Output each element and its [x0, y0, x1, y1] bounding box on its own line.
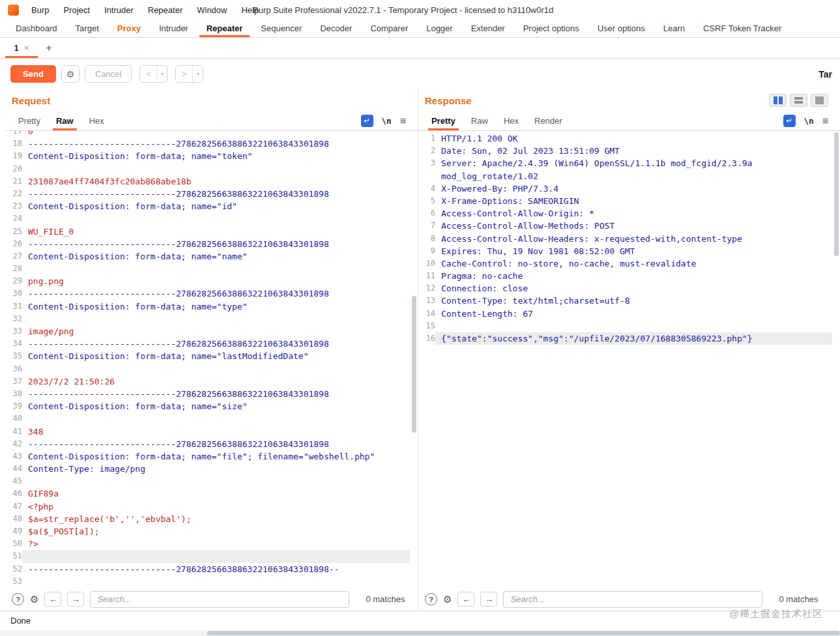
rows-icon [794, 101, 803, 104]
editor-menu-icon[interactable]: ≡ [822, 115, 828, 127]
line-text [22, 363, 410, 375]
repeater-tab-1[interactable]: 1 × [5, 38, 38, 58]
history-back-button[interactable]: < ▾ [139, 65, 167, 83]
line-number: 33 [5, 325, 22, 338]
send-settings-button[interactable]: ⚙ [61, 65, 80, 83]
single-pane-icon [815, 96, 824, 104]
layout-rows-button[interactable] [790, 94, 807, 107]
response-tab-hex[interactable]: Hex [496, 111, 527, 130]
request-panel: Request PrettyRawHex ↵ \n ≡ 17018-------… [5, 89, 418, 611]
main-tab-learn[interactable]: Learn [654, 20, 694, 37]
line-text [22, 575, 410, 588]
forward-dropdown-icon[interactable]: ▾ [193, 66, 203, 82]
search-settings-icon[interactable]: ⚙ [443, 594, 452, 605]
request-editor[interactable]: 17018-----------------------------278628… [5, 131, 418, 588]
request-tab-hex[interactable]: Hex [81, 111, 112, 130]
search-settings-icon[interactable]: ⚙ [30, 594, 38, 605]
columns-icon [779, 96, 783, 104]
layout-columns-button[interactable] [769, 94, 787, 107]
response-editor[interactable]: 1HTTP/1.1 200 OK2Date: Sun, 02 Jul 2023 … [418, 131, 840, 588]
forward-arrow-icon[interactable]: > [176, 66, 193, 82]
editor-menu-icon[interactable]: ≡ [400, 115, 406, 127]
line-number: 17 [5, 131, 22, 137]
editor-line: 6Access-Control-Allow-Origin: * [418, 207, 832, 220]
main-tab-repeater[interactable]: Repeater [197, 20, 252, 37]
main-tab-intruder[interactable]: Intruder [150, 20, 197, 37]
editor-line: 33image/png [5, 325, 410, 338]
menu-burp[interactable]: Burp [24, 5, 56, 15]
help-icon[interactable]: ? [425, 593, 437, 605]
layout-single-button[interactable] [811, 94, 828, 107]
line-text: -----------------------------27862825663… [22, 238, 410, 250]
line-number: 46 [5, 487, 22, 500]
line-text [22, 412, 410, 425]
line-text: ?> [22, 538, 410, 550]
main-tab-extender[interactable]: Extender [462, 20, 514, 37]
line-text: png.png [22, 275, 410, 287]
response-panel: Response PrettyRawHexRender ↵ \n ≡ 1HTTP… [418, 89, 840, 611]
watermark: @稀土掘金技术社区 [729, 608, 823, 620]
main-tab-logger[interactable]: Logger [417, 20, 461, 37]
response-scrollbar-thumb[interactable] [834, 132, 839, 256]
line-text: Content-Disposition: form-data; name="ty… [22, 300, 410, 313]
main-tab-decoder[interactable]: Decoder [311, 20, 361, 37]
line-text: Server: Apache/2.4.39 (Win64) OpenSSL/1.… [435, 157, 832, 169]
close-tab-icon[interactable]: × [24, 43, 29, 53]
linebreak-toggle[interactable]: \n [804, 116, 814, 126]
editor-line: 28 [5, 263, 410, 275]
back-dropdown-icon[interactable]: ▾ [157, 66, 167, 82]
line-text: Connection: close [435, 282, 832, 295]
search-next-button[interactable]: → [67, 592, 84, 607]
horizontal-scrollbar[interactable] [0, 630, 840, 636]
cancel-button[interactable]: Cancel [85, 65, 132, 83]
menu-repeater[interactable]: Repeater [141, 5, 190, 15]
wrap-toggle-icon[interactable]: ↵ [361, 115, 373, 127]
search-prev-button[interactable]: ← [457, 592, 474, 607]
line-text: -----------------------------27862825663… [22, 137, 410, 150]
main-tab-sequencer[interactable]: Sequencer [252, 20, 311, 37]
editor-line: 40 [5, 412, 410, 425]
main-tab-proxy[interactable]: Proxy [108, 20, 150, 37]
help-icon[interactable]: ? [12, 593, 24, 605]
response-tab-pretty[interactable]: Pretty [424, 111, 463, 130]
request-tab-pretty[interactable]: Pretty [10, 111, 48, 130]
search-next-button[interactable]: → [480, 592, 497, 607]
menu-window[interactable]: Window [190, 5, 234, 15]
editor-line: 1HTTP/1.1 200 OK [418, 132, 832, 145]
line-number: 5 [418, 195, 435, 207]
wrap-toggle-icon[interactable]: ↵ [783, 115, 796, 127]
horizontal-scrollbar-thumb[interactable] [207, 631, 840, 635]
line-text: 231087ae4ff7404f3fc20ab868abe18b [22, 175, 410, 188]
history-forward-button[interactable]: > ▾ [175, 65, 203, 83]
linebreak-toggle[interactable]: \n [382, 116, 392, 126]
request-tab-raw[interactable]: Raw [48, 111, 81, 130]
main-tab-csrf-token-tracker[interactable]: CSRF Token Tracker [694, 20, 790, 37]
line-number: 28 [5, 263, 22, 275]
main-tab-comparer[interactable]: Comparer [361, 20, 417, 37]
back-arrow-icon[interactable]: < [140, 66, 157, 82]
send-button[interactable]: Send [10, 65, 56, 83]
request-editor-tabs: PrettyRawHex [10, 111, 112, 130]
menu-intruder[interactable]: Intruder [97, 5, 141, 15]
editor-line: 41348 [5, 426, 410, 438]
request-search-input[interactable] [90, 591, 349, 608]
add-tab-button[interactable]: + [38, 38, 60, 58]
line-number: 40 [5, 412, 22, 425]
response-search-input[interactable] [503, 591, 762, 608]
editor-line: 52-----------------------------278628256… [5, 563, 410, 575]
main-tab-dashboard[interactable]: Dashboard [7, 20, 66, 37]
menu-project[interactable]: Project [56, 5, 96, 15]
line-number: 6 [418, 207, 435, 220]
main-tab-user-options[interactable]: User options [588, 20, 654, 37]
response-tab-render[interactable]: Render [527, 111, 570, 130]
search-prev-button[interactable]: ← [44, 592, 61, 607]
line-text [22, 550, 410, 562]
layout-switcher [769, 94, 833, 107]
main-tab-project-options[interactable]: Project options [514, 20, 588, 37]
request-scrollbar-thumb[interactable] [412, 296, 416, 433]
response-editor-icons: ↵ \n ≡ [783, 115, 835, 127]
response-tab-raw[interactable]: Raw [463, 111, 496, 130]
main-tab-target[interactable]: Target [66, 20, 108, 37]
line-text: Access-Control-Allow-Methods: POST [435, 220, 832, 232]
line-number: 32 [5, 313, 22, 325]
